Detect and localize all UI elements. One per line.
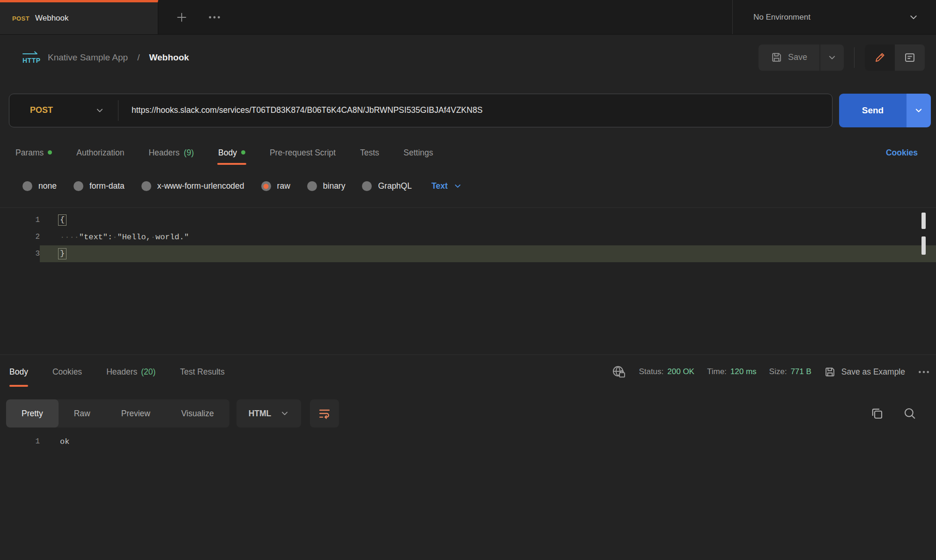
tab-strip <box>158 0 732 34</box>
radio-icon <box>74 181 83 191</box>
edit-request-button[interactable] <box>865 44 895 71</box>
method-selector[interactable]: POST <box>9 94 118 127</box>
line-content: ····"text":·"Hello,·world." <box>40 228 936 245</box>
wrap-text-icon <box>318 407 331 420</box>
whitespace-dots: · <box>112 233 117 242</box>
time-value: 120 ms <box>730 367 757 376</box>
tab-settings[interactable]: Settings <box>404 140 433 165</box>
cookies-link[interactable]: Cookies <box>886 148 918 158</box>
raw-language-label: Text <box>431 181 448 191</box>
body-dot <box>241 150 245 155</box>
radio-icon <box>22 181 32 191</box>
pane-toggle-group <box>865 44 925 71</box>
body-type-binary[interactable]: binary <box>307 181 346 191</box>
request-tab[interactable]: POST Webhook <box>0 0 158 34</box>
comment-button[interactable] <box>895 44 925 71</box>
tab-tests[interactable]: Tests <box>360 140 379 165</box>
raw-language-select[interactable]: Text <box>431 181 462 191</box>
copy-icon <box>870 406 884 420</box>
response-body-viewer[interactable]: 1 ok <box>0 431 936 446</box>
send-options-button[interactable] <box>907 94 931 127</box>
line-content: } <box>40 245 936 262</box>
view-pretty[interactable]: Pretty <box>6 399 59 427</box>
status-badge: Status: 200 OK <box>639 367 694 376</box>
response-tab-body[interactable]: Body <box>9 355 28 389</box>
whitespace-dots: ···· <box>60 233 79 242</box>
body-type-graphql[interactable]: GraphQL <box>362 181 412 191</box>
body-type-form-data[interactable]: form-data <box>74 181 125 191</box>
radio-label: none <box>38 181 57 191</box>
tab-pre-request-script[interactable]: Pre-request Script <box>270 140 336 165</box>
save-options-button[interactable] <box>820 44 844 71</box>
pencil-icon <box>874 52 886 64</box>
svg-text:HTTP: HTTP <box>22 57 40 64</box>
breadcrumb-workspace[interactable]: Knative Sample App <box>48 52 128 63</box>
response-pane: Body Cookies Headers (20) Test Results S… <box>0 355 936 446</box>
view-raw[interactable]: Raw <box>59 399 106 427</box>
code-text: "text": <box>79 233 112 242</box>
comment-icon <box>904 52 916 64</box>
new-tab-button[interactable] <box>175 11 188 24</box>
params-dot <box>48 150 52 155</box>
radio-icon <box>141 181 151 191</box>
code-text: "Hello, <box>117 233 150 242</box>
environment-label: No Environment <box>753 13 811 22</box>
body-type-x-www-form-urlencoded[interactable]: x-www-form-urlencoded <box>141 181 244 191</box>
format-selector[interactable]: HTML <box>236 399 302 427</box>
tab-body[interactable]: Body <box>218 140 245 165</box>
url-input[interactable]: https://hooks.slack.com/services/T06TD83… <box>118 105 483 115</box>
response-meta: Status: 200 OK Time: 120 ms Size: 771 B … <box>612 365 930 379</box>
response-headers-count: (20) <box>141 367 155 377</box>
view-visualize[interactable]: Visualize <box>166 399 229 427</box>
copy-response-button[interactable] <box>870 406 884 420</box>
tab-label: Body <box>9 367 28 377</box>
response-tab-test-results[interactable]: Test Results <box>180 355 224 389</box>
response-tabs: Body Cookies Headers (20) Test Results S… <box>0 355 936 389</box>
line-content: { <box>40 212 936 228</box>
radio-label: form-data <box>89 181 125 191</box>
radio-icon <box>307 181 317 191</box>
code-text: world." <box>155 233 189 242</box>
response-toolbar-icons <box>870 406 917 420</box>
chevron-down-icon <box>454 182 462 190</box>
tab-authorization[interactable]: Authorization <box>76 140 124 165</box>
time-badge: Time: 120 ms <box>707 367 757 376</box>
tab-title: Webhook <box>35 14 69 23</box>
http-method-icon: HTTP <box>20 50 40 65</box>
response-options-button[interactable] <box>918 370 930 374</box>
request-tabs: Params Authorization Headers (9) Body Pr… <box>0 140 936 165</box>
body-type-raw[interactable]: raw <box>261 181 290 191</box>
response-tab-headers[interactable]: Headers (20) <box>106 355 155 389</box>
body-type-none[interactable]: none <box>22 181 57 191</box>
tab-options-button[interactable] <box>208 15 221 20</box>
more-horizontal-icon <box>208 15 221 20</box>
tab-label: Authorization <box>76 148 124 158</box>
tab-label: Body <box>218 148 237 158</box>
radio-label: raw <box>277 181 290 191</box>
chevron-down-icon <box>96 106 104 115</box>
environment-selector[interactable]: No Environment <box>732 0 936 34</box>
search-response-button[interactable] <box>903 406 917 420</box>
editor-line-active: 3 } <box>0 245 936 262</box>
tab-label: Settings <box>404 148 433 158</box>
tab-label: Headers <box>106 367 137 377</box>
request-header-row: HTTP Knative Sample App / Webhook Save <box>0 35 936 80</box>
line-number: 3 <box>0 245 40 262</box>
view-preview[interactable]: Preview <box>106 399 166 427</box>
wrap-lines-button[interactable] <box>310 399 339 427</box>
response-tab-cookies[interactable]: Cookies <box>52 355 82 389</box>
save-as-example-button[interactable]: Save as Example <box>824 366 905 378</box>
save-button[interactable]: Save <box>759 44 819 71</box>
status-label: Status: <box>639 367 663 376</box>
url-bar: POST https://hooks.slack.com/services/T0… <box>9 94 833 127</box>
send-button[interactable]: Send <box>839 94 907 127</box>
url-row: POST https://hooks.slack.com/services/T0… <box>0 80 936 140</box>
editor-scrollbar-mark[interactable] <box>921 213 926 229</box>
line-number: 1 <box>0 212 40 228</box>
request-body-editor[interactable]: 1 { 2 ····"text":·"Hello,·world." 3 } <box>0 207 936 355</box>
whitespace-dots: · <box>151 233 155 242</box>
tab-params[interactable]: Params <box>15 140 52 165</box>
network-globe-lock-icon[interactable] <box>612 365 626 379</box>
editor-scrollbar-mark[interactable] <box>921 236 926 255</box>
tab-headers[interactable]: Headers (9) <box>148 140 194 165</box>
